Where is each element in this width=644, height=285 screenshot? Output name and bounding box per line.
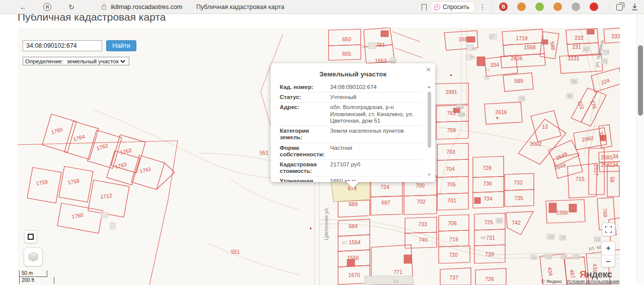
parcel-info-popup: ✕ Земельный участок Кад. номер:34:08:090… (271, 63, 435, 182)
yandex-browser-icon[interactable]: Я (42, 0, 52, 14)
download-arrow-icon (631, 4, 638, 11)
extension-icon[interactable]: B (499, 3, 508, 11)
scale-bar: 50 m 200 ft (19, 270, 54, 284)
tab-groups-icon[interactable] (615, 0, 624, 14)
map-attribution: © Яндекс Условия использования (541, 278, 619, 284)
browser-toolbar: ← Я ↻ ik8map.roscadastres.com Публичная … (0, 0, 644, 14)
popup-row-value: Частная (329, 145, 422, 158)
page-scrollbar[interactable] (636, 14, 644, 285)
popup-title: Земельный участок (271, 70, 435, 78)
search-bar: Найти (23, 40, 136, 51)
popup-row: Форма собственности:Частная (280, 143, 422, 160)
popup-row: Статус:Учтенный (280, 92, 422, 103)
extension-icon[interactable] (572, 3, 580, 11)
popup-row: Адрес:обл. Волгоградская, р-н Иловлински… (280, 103, 422, 126)
popup-row: Кадастровая стоимость:217107 руб (280, 160, 422, 176)
popup-row-label: Уточненная площадь: (280, 178, 329, 182)
popup-row-value: 1650 кв.м (329, 178, 422, 182)
extension-icon[interactable] (517, 3, 526, 11)
popup-row-value: Учтенный (329, 94, 422, 101)
popup-row-value: Земли населенных пунктов (329, 128, 422, 141)
popup-row: Кад. номер:34:08:090102:674 (280, 82, 422, 92)
find-button[interactable]: Найти (106, 40, 136, 51)
popup-row-value: 34:08:090102:674 (329, 84, 422, 90)
zoom-out-button[interactable]: − (602, 255, 615, 268)
page-scrollbar-thumb[interactable] (638, 45, 643, 116)
search-input[interactable] (23, 40, 102, 51)
back-button[interactable]: ← (18, 0, 28, 14)
object-type-filter: Определение: земельный участок (23, 57, 129, 65)
zoom-in-button[interactable]: + (602, 242, 615, 255)
menu-dots-icon[interactable]: ⋮ (479, 0, 486, 14)
layers-button[interactable] (24, 247, 43, 266)
scale-metric: 50 m (19, 270, 47, 277)
close-icon[interactable]: ✕ (426, 66, 431, 73)
scale-imperial: 200 ft (19, 277, 54, 284)
popup-row-label: Статус: (280, 94, 329, 101)
fullscreen-icon (605, 226, 612, 233)
address-bar[interactable]: ik8map.roscadastres.com (111, 0, 182, 14)
object-type-select[interactable]: земельный участок (65, 58, 127, 65)
lock-icon (100, 0, 108, 14)
popup-row-label: Адрес: (280, 104, 329, 124)
scroll-up-icon[interactable]: ▲ (426, 84, 432, 89)
extension-icon[interactable] (590, 3, 598, 11)
zoom-controls: + − (601, 241, 615, 267)
popup-rows: Кад. номер:34:08:090102:674Статус:Учтенн… (280, 82, 422, 182)
extension-icon[interactable] (553, 3, 562, 11)
extension-icon[interactable] (535, 3, 544, 11)
ask-ai-button[interactable]: Спросить (431, 2, 475, 13)
popup-row-label: Кадастровая стоимость: (280, 161, 329, 174)
popup-row-label: Категория земель: (280, 128, 329, 141)
measure-button[interactable] (24, 230, 37, 243)
popup-row-value: обл. Волгоградская, р-н Иловлинский, ст.… (329, 104, 422, 124)
copyright-text: © Яндекс (541, 278, 562, 284)
scroll-down-icon[interactable]: ▼ (426, 172, 432, 177)
popup-row-label: Кад. номер: (280, 84, 329, 90)
popup-row: Категория земель:Земли населенных пункто… (280, 126, 422, 143)
measure-icon (28, 234, 34, 240)
refresh-button[interactable]: ↻ (66, 0, 76, 14)
terms-link[interactable]: Условия использования (567, 278, 619, 284)
fullscreen-button[interactable] (602, 223, 615, 236)
popup-row-label: Форма собственности: (280, 145, 329, 158)
downloads-icon[interactable] (630, 0, 639, 14)
popup-scrollbar[interactable]: ▲ ▼ (426, 84, 432, 177)
layers-icon (27, 251, 39, 262)
popup-pointer (346, 181, 360, 188)
ai-sparkle-icon (434, 4, 440, 10)
popup-scrollbar-thumb[interactable] (428, 91, 431, 148)
bookmark-icon[interactable] (420, 0, 429, 14)
filter-label: Определение: (25, 58, 63, 64)
popup-row-value: 217107 руб (329, 161, 422, 174)
tab-title: Публичная кадастровая карта (196, 0, 284, 14)
